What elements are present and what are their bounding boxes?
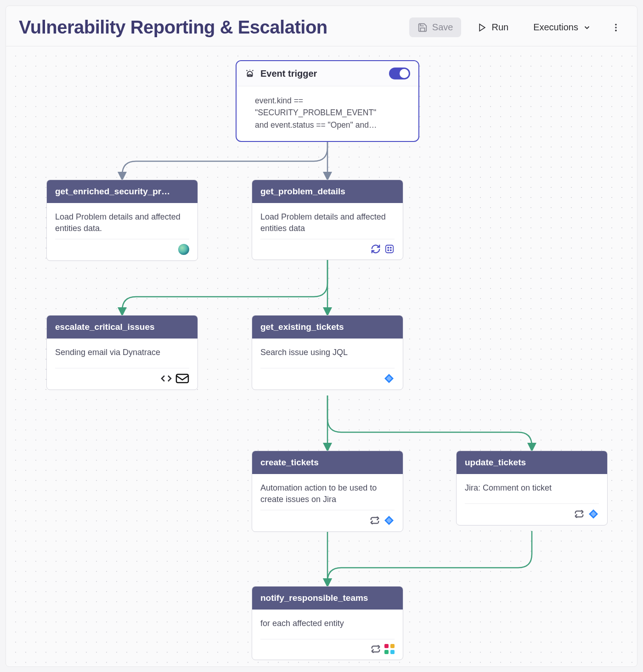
node-get-problem-details[interactable]: get_problem_details Load Problem details… — [252, 180, 403, 260]
node-get-enriched-security[interactable]: get_enriched_security_pr… Load Problem d… — [46, 180, 198, 261]
run-label: Run — [491, 22, 508, 33]
jira-icon — [384, 373, 395, 384]
node-desc: for each affected entity — [252, 610, 403, 639]
more-vertical-icon — [611, 23, 621, 33]
trigger-condition-line1: event.kind == "SECURITY_PROBLEM_EVENT" — [255, 95, 408, 119]
loop-icon — [370, 515, 380, 525]
svg-marker-0 — [480, 24, 485, 31]
save-button[interactable]: Save — [409, 17, 462, 37]
jira-icon — [588, 508, 599, 520]
svg-point-3 — [615, 29, 617, 31]
toolbar: Save Run Executions — [409, 17, 624, 37]
node-title: get_existing_tickets — [252, 316, 403, 339]
node-title: notify_responsible_teams — [252, 587, 403, 610]
node-footer — [465, 503, 599, 525]
svg-rect-4 — [386, 245, 394, 253]
executions-dropdown[interactable]: Executions — [525, 17, 599, 37]
svg-point-1 — [615, 23, 617, 25]
page-title: Vulnerability Reporting & Escalation — [19, 17, 327, 38]
node-title: create_tickets — [252, 451, 403, 474]
trigger-header: Event trigger — [237, 61, 418, 86]
node-desc: Automation action to be used to create i… — [252, 474, 403, 510]
node-title: update_tickets — [457, 451, 607, 474]
trigger-title: Event trigger — [260, 68, 317, 79]
more-button[interactable] — [608, 19, 624, 36]
mail-icon — [175, 373, 189, 384]
node-desc: Load Problem details and affected entiti… — [252, 203, 403, 239]
loop-icon — [574, 509, 584, 519]
node-get-existing-tickets[interactable]: get_existing_tickets Search issue using … — [252, 315, 403, 390]
node-desc: Jira: Comment on ticket — [457, 474, 607, 503]
trigger-node[interactable]: Event trigger event.kind == "SECURITY_PR… — [236, 60, 419, 142]
slack-icon — [384, 644, 395, 654]
node-title: get_problem_details — [252, 180, 403, 203]
node-title: get_enriched_security_pr… — [47, 180, 197, 203]
save-icon — [417, 23, 428, 33]
run-button[interactable]: Run — [469, 17, 517, 37]
save-label: Save — [432, 22, 453, 33]
jira-icon — [384, 515, 395, 526]
svg-rect-9 — [176, 374, 188, 383]
svg-rect-6 — [390, 247, 392, 249]
node-update-tickets[interactable]: update_tickets Jira: Comment on ticket — [456, 451, 608, 525]
workflow-canvas[interactable]: Event trigger event.kind == "SECURITY_PR… — [6, 46, 637, 663]
trigger-body: event.kind == "SECURITY_PROBLEM_EVENT" a… — [237, 86, 418, 141]
refresh-icon — [371, 244, 381, 254]
node-create-tickets[interactable]: create_tickets Automation action to be u… — [252, 451, 403, 532]
code-icon — [161, 373, 172, 384]
alarm-icon — [245, 68, 255, 79]
node-desc: Load Problem details and affected entiti… — [47, 203, 197, 239]
svg-point-2 — [615, 27, 617, 28]
node-notify-responsible-teams[interactable]: notify_responsible_teams for each affect… — [252, 586, 403, 660]
node-footer — [260, 239, 395, 260]
play-icon — [478, 23, 487, 32]
node-footer — [55, 368, 189, 390]
trigger-condition-line2: and event.status == "Open" and… — [255, 119, 408, 131]
header: Vulnerability Reporting & Escalation Sav… — [6, 6, 637, 46]
svg-rect-5 — [387, 247, 389, 249]
node-footer — [260, 510, 395, 531]
node-title: escalate_critical_issues — [47, 316, 197, 339]
trigger-toggle[interactable] — [389, 68, 410, 79]
node-desc: Sending email via Dynatrace — [47, 339, 197, 368]
node-footer — [55, 239, 189, 260]
svg-rect-8 — [390, 249, 392, 251]
node-footer — [260, 639, 395, 660]
executions-label: Executions — [533, 22, 578, 33]
node-desc: Search issue using JQL — [252, 339, 403, 368]
globe-icon — [178, 244, 189, 255]
svg-rect-7 — [387, 249, 389, 251]
node-escalate-critical-issues[interactable]: escalate_critical_issues Sending email v… — [46, 315, 198, 390]
chevron-down-icon — [583, 23, 591, 32]
grid-icon — [384, 244, 395, 254]
loop-icon — [371, 644, 381, 654]
node-footer — [260, 368, 395, 390]
